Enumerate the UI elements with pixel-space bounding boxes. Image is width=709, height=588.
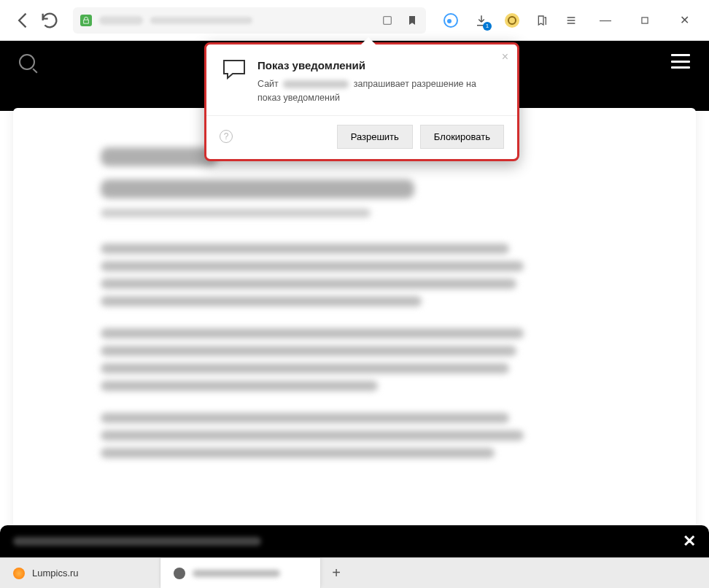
tab-label: Lumpics.ru xyxy=(32,568,79,579)
dialog-pointer xyxy=(361,37,376,45)
close-button[interactable]: ✕ xyxy=(673,9,696,32)
tab-label-blurred xyxy=(193,570,280,577)
menu-icon[interactable] xyxy=(565,14,578,27)
site-name-blurred xyxy=(283,80,349,88)
paragraph-blurred xyxy=(101,448,495,458)
block-button[interactable]: Блокировать xyxy=(420,125,504,149)
article-content xyxy=(13,108,696,557)
cookie-text-blurred xyxy=(13,537,261,546)
address-bar[interactable] xyxy=(73,7,426,34)
paragraph-blurred xyxy=(101,328,524,339)
search-icon[interactable] xyxy=(19,54,35,70)
article-meta-blurred xyxy=(101,209,371,217)
maximize-button[interactable] xyxy=(633,9,656,32)
svg-rect-1 xyxy=(642,17,648,23)
minimize-button[interactable]: — xyxy=(594,9,617,32)
dialog-close-button[interactable]: × xyxy=(502,50,508,63)
downloads-count-badge: 1 xyxy=(483,22,492,31)
page-title-blurred xyxy=(150,17,252,24)
dialog-description: Сайт запрашивает разрешение на показ уве… xyxy=(257,77,501,105)
yandex-services-icon[interactable] xyxy=(443,13,458,28)
allow-button[interactable]: Разрешить xyxy=(337,125,413,149)
headline-blurred xyxy=(101,147,217,166)
bookmark-icon[interactable] xyxy=(406,14,419,27)
site-menu-button[interactable] xyxy=(671,54,690,69)
speech-bubble-icon xyxy=(222,59,246,105)
url-text-blurred xyxy=(99,16,143,25)
paragraph-blurred xyxy=(101,363,509,374)
tab-bar: Lumpics.ru + xyxy=(0,557,709,588)
paragraph-blurred xyxy=(101,261,524,271)
svg-rect-0 xyxy=(384,16,392,24)
paragraph-blurred xyxy=(101,346,516,356)
dialog-title: Показ уведомлений xyxy=(257,59,501,71)
paragraph-blurred xyxy=(101,430,524,441)
headline-blurred xyxy=(101,179,414,198)
new-tab-button[interactable]: + xyxy=(321,558,352,588)
extension-icon[interactable] xyxy=(505,13,519,28)
cookie-close-button[interactable]: ✕ xyxy=(683,532,696,551)
collections-icon[interactable] xyxy=(535,14,549,27)
paragraph-blurred xyxy=(101,244,509,254)
help-button[interactable]: ? xyxy=(220,130,233,143)
back-button[interactable] xyxy=(13,10,34,31)
paragraph-blurred xyxy=(101,413,509,423)
reader-mode-icon[interactable] xyxy=(381,14,394,27)
tab-current[interactable] xyxy=(160,558,321,588)
paragraph-blurred xyxy=(101,296,422,306)
tab-lumpics[interactable]: Lumpics.ru xyxy=(0,558,160,588)
downloads-button[interactable]: 1 xyxy=(474,13,489,28)
paragraph-blurred xyxy=(101,279,516,289)
reload-button[interactable] xyxy=(39,10,60,31)
notification-permission-dialog: × Показ уведомлений Сайт запрашивает раз… xyxy=(204,42,519,161)
browser-toolbar: 1 — ✕ xyxy=(0,0,709,41)
cookie-banner: ✕ xyxy=(0,525,709,557)
paragraph-blurred xyxy=(101,381,378,391)
favicon-icon xyxy=(174,568,185,579)
lock-icon xyxy=(80,15,92,26)
favicon-icon xyxy=(13,568,25,579)
